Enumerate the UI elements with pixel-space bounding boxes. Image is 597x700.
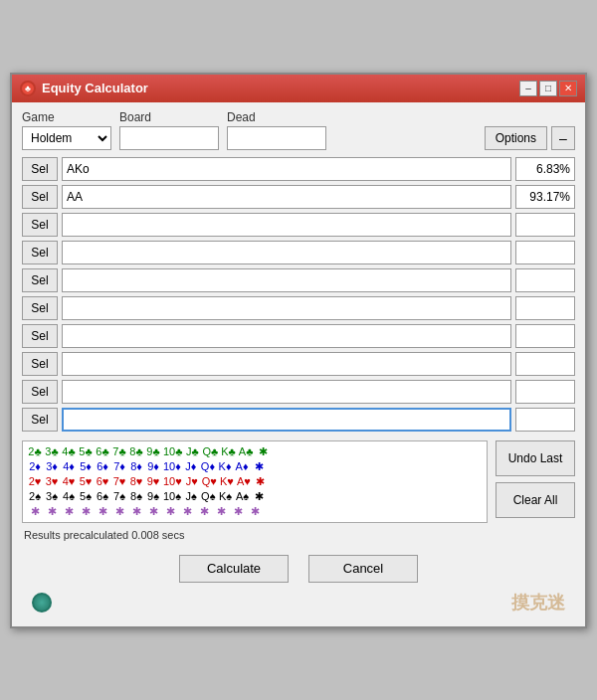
card-diamonds-9[interactable]: J♦	[183, 460, 199, 473]
card-diamonds-4[interactable]: 6♦	[95, 460, 110, 473]
sel-button-3[interactable]: Sel	[22, 213, 58, 237]
card-clubs-5[interactable]: 7♣	[111, 445, 127, 458]
card-diamonds-7[interactable]: 9♦	[145, 460, 161, 473]
minus-button[interactable]: –	[551, 126, 575, 150]
card-stars-12[interactable]: ✱	[230, 505, 246, 518]
sel-button-6[interactable]: Sel	[22, 296, 58, 320]
card-clubs-7[interactable]: 9♣	[145, 445, 161, 458]
close-button[interactable]: ✕	[559, 81, 577, 96]
sel-button-10[interactable]: Sel	[22, 408, 58, 432]
card-diamonds-3[interactable]: 5♦	[78, 460, 94, 473]
clear-all-button[interactable]: Clear All	[496, 482, 575, 518]
card-spades-1[interactable]: 3♠	[44, 490, 60, 503]
card-stars-13[interactable]: ✱	[247, 505, 263, 518]
card-diamonds-5[interactable]: 7♦	[111, 460, 127, 473]
card-spades-0[interactable]: 2♠	[27, 490, 43, 503]
card-diamonds-8[interactable]: 10♦	[162, 460, 182, 473]
card-clubs-0[interactable]: 2♣	[27, 445, 43, 458]
hand-input-3[interactable]	[62, 213, 511, 237]
sel-button-2[interactable]: Sel	[22, 185, 58, 209]
card-hearts-13[interactable]: ✱	[253, 475, 269, 488]
card-hearts-9[interactable]: J♥	[184, 475, 200, 488]
sel-button-9[interactable]: Sel	[22, 380, 58, 404]
card-spades-10[interactable]: Q♠	[200, 490, 216, 503]
card-hearts-2[interactable]: 4♥	[61, 475, 77, 488]
card-clubs-3[interactable]: 5♣	[78, 445, 94, 458]
card-spades-4[interactable]: 6♠	[95, 490, 110, 503]
sel-button-8[interactable]: Sel	[22, 352, 58, 376]
card-clubs-8[interactable]: 10♣	[162, 445, 183, 458]
card-diamonds-12[interactable]: A♦	[234, 460, 250, 473]
card-spades-13[interactable]: ✱	[252, 490, 268, 503]
card-clubs-6[interactable]: 8♣	[128, 445, 144, 458]
card-stars-9[interactable]: ✱	[179, 505, 195, 518]
card-stars-10[interactable]: ✱	[196, 505, 212, 518]
options-button[interactable]: Options	[485, 126, 547, 150]
card-spades-3[interactable]: 5♠	[78, 490, 94, 503]
card-diamonds-10[interactable]: Q♦	[200, 460, 216, 473]
card-stars-7[interactable]: ✱	[145, 505, 161, 518]
card-clubs-13[interactable]: ✱	[255, 445, 271, 458]
cancel-button[interactable]: Cancel	[308, 555, 418, 583]
card-hearts-11[interactable]: K♥	[219, 475, 235, 488]
card-stars-5[interactable]: ✱	[111, 505, 127, 518]
sel-button-1[interactable]: Sel	[22, 157, 58, 181]
card-stars-1[interactable]: ✱	[44, 505, 60, 518]
hand-input-4[interactable]	[62, 241, 511, 264]
dead-input[interactable]	[227, 126, 326, 150]
hand-input-6[interactable]	[62, 296, 511, 320]
card-hearts-1[interactable]: 3♥	[44, 475, 60, 488]
card-diamonds-1[interactable]: 3♦	[44, 460, 60, 473]
calculate-button[interactable]: Calculate	[179, 555, 289, 583]
minimize-button[interactable]: –	[519, 81, 537, 96]
hand-input-7[interactable]	[62, 324, 511, 348]
card-spades-9[interactable]: J♠	[183, 490, 199, 503]
card-diamonds-6[interactable]: 8♦	[128, 460, 144, 473]
card-stars-0[interactable]: ✱	[27, 505, 43, 518]
hand-input-2[interactable]	[62, 185, 511, 209]
card-clubs-2[interactable]: 4♣	[61, 445, 77, 458]
hand-input-8[interactable]	[62, 352, 511, 376]
card-hearts-12[interactable]: A♥	[236, 475, 252, 488]
card-hearts-5[interactable]: 7♥	[111, 475, 127, 488]
card-spades-12[interactable]: A♠	[235, 490, 251, 503]
card-clubs-9[interactable]: J♣	[184, 445, 200, 458]
card-spades-6[interactable]: 8♠	[128, 490, 144, 503]
card-spades-5[interactable]: 7♠	[111, 490, 127, 503]
card-clubs-11[interactable]: K♣	[220, 445, 237, 458]
card-clubs-12[interactable]: A♣	[238, 445, 255, 458]
card-stars-6[interactable]: ✱	[128, 505, 144, 518]
card-spades-11[interactable]: K♠	[218, 490, 234, 503]
card-hearts-4[interactable]: 6♥	[95, 475, 110, 488]
card-hearts-10[interactable]: Q♥	[201, 475, 218, 488]
maximize-button[interactable]: □	[539, 81, 557, 96]
hand-input-5[interactable]	[62, 268, 511, 292]
hand-input-9[interactable]	[62, 380, 511, 404]
sel-button-5[interactable]: Sel	[22, 268, 58, 292]
card-stars-4[interactable]: ✱	[95, 505, 110, 518]
card-stars-11[interactable]: ✱	[213, 505, 229, 518]
game-select[interactable]: Holdem Omaha Omaha Hi-Lo	[22, 126, 111, 150]
card-spades-7[interactable]: 9♠	[145, 490, 161, 503]
card-spades-2[interactable]: 4♠	[61, 490, 77, 503]
card-diamonds-0[interactable]: 2♦	[27, 460, 43, 473]
undo-last-button[interactable]: Undo Last	[496, 440, 575, 476]
card-clubs-1[interactable]: 3♣	[44, 445, 60, 458]
card-hearts-3[interactable]: 5♥	[78, 475, 94, 488]
hand-input-10[interactable]	[62, 408, 511, 432]
card-diamonds-11[interactable]: K♦	[217, 460, 233, 473]
card-stars-8[interactable]: ✱	[162, 505, 178, 518]
card-stars-2[interactable]: ✱	[61, 505, 77, 518]
card-clubs-10[interactable]: Q♣	[201, 445, 219, 458]
card-hearts-6[interactable]: 8♥	[128, 475, 144, 488]
card-spades-8[interactable]: 10♠	[162, 490, 182, 503]
card-hearts-7[interactable]: 9♥	[145, 475, 161, 488]
card-diamonds-13[interactable]: ✱	[251, 460, 267, 473]
card-clubs-4[interactable]: 6♣	[95, 445, 110, 458]
sel-button-4[interactable]: Sel	[22, 241, 58, 264]
hand-input-1[interactable]	[62, 157, 511, 181]
card-hearts-0[interactable]: 2♥	[27, 475, 43, 488]
board-input[interactable]	[119, 126, 219, 150]
card-stars-3[interactable]: ✱	[78, 505, 94, 518]
sel-button-7[interactable]: Sel	[22, 324, 58, 348]
